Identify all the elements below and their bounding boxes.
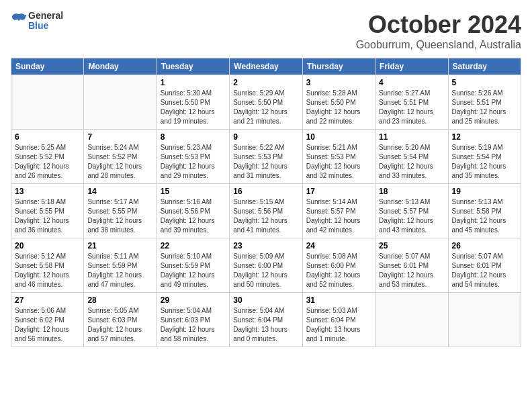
col-header-sunday: Sunday — [11, 58, 84, 75]
day-number: 11 — [379, 132, 444, 142]
day-number: 9 — [233, 132, 298, 142]
logo-general-text: General — [28, 11, 63, 21]
day-detail: Sunrise: 5:16 AM Sunset: 5:56 PM Dayligh… — [161, 197, 226, 235]
calendar-header-row: SundayMondayTuesdayWednesdayThursdayFrid… — [11, 58, 521, 75]
calendar-cell-w5-d5 — [375, 293, 448, 347]
month-title: October 2024 — [356, 11, 521, 39]
day-detail: Sunrise: 5:24 AM Sunset: 5:52 PM Dayligh… — [87, 143, 152, 181]
title-area: October 2024 Gooburrum, Queensland, Aust… — [356, 11, 521, 51]
col-header-wednesday: Wednesday — [230, 58, 302, 75]
day-number: 31 — [306, 295, 371, 305]
calendar-cell-w2-d6: 12Sunrise: 5:19 AM Sunset: 5:54 PM Dayli… — [448, 130, 521, 184]
calendar-cell-w2-d5: 11Sunrise: 5:20 AM Sunset: 5:54 PM Dayli… — [375, 130, 448, 184]
day-detail: Sunrise: 5:08 AM Sunset: 6:00 PM Dayligh… — [306, 252, 371, 289]
calendar-cell-w3-d5: 18Sunrise: 5:13 AM Sunset: 5:57 PM Dayli… — [375, 184, 448, 238]
day-number: 5 — [452, 78, 517, 87]
day-detail: Sunrise: 5:22 AM Sunset: 5:53 PM Dayligh… — [233, 143, 298, 181]
day-detail: Sunrise: 5:26 AM Sunset: 5:51 PM Dayligh… — [452, 89, 517, 126]
calendar-cell-w3-d1: 14Sunrise: 5:17 AM Sunset: 5:55 PM Dayli… — [84, 184, 157, 238]
calendar-cell-w2-d0: 6Sunrise: 5:25 AM Sunset: 5:52 PM Daylig… — [11, 130, 84, 184]
day-detail: Sunrise: 5:03 AM Sunset: 6:04 PM Dayligh… — [306, 306, 371, 344]
day-number: 20 — [15, 241, 80, 250]
page-header: General Blue October 2024 Gooburrum, Que… — [11, 11, 521, 51]
day-detail: Sunrise: 5:14 AM Sunset: 5:57 PM Dayligh… — [306, 197, 371, 235]
calendar-cell-w5-d4: 31Sunrise: 5:03 AM Sunset: 6:04 PM Dayli… — [302, 293, 375, 347]
day-number: 28 — [87, 295, 152, 305]
day-detail: Sunrise: 5:25 AM Sunset: 5:52 PM Dayligh… — [15, 143, 80, 181]
calendar-cell-w3-d6: 19Sunrise: 5:13 AM Sunset: 5:58 PM Dayli… — [448, 184, 521, 238]
day-detail: Sunrise: 5:05 AM Sunset: 6:03 PM Dayligh… — [87, 306, 152, 344]
day-number: 25 — [379, 241, 444, 250]
day-detail: Sunrise: 5:23 AM Sunset: 5:53 PM Dayligh… — [161, 143, 226, 181]
day-number: 8 — [161, 132, 226, 142]
day-detail: Sunrise: 5:27 AM Sunset: 5:51 PM Dayligh… — [379, 89, 444, 126]
calendar-cell-w4-d5: 25Sunrise: 5:07 AM Sunset: 6:01 PM Dayli… — [375, 238, 448, 293]
logo-container: General Blue — [11, 11, 63, 32]
calendar-cell-w1-d4: 3Sunrise: 5:28 AM Sunset: 5:50 PM Daylig… — [302, 75, 375, 130]
calendar-table: SundayMondayTuesdayWednesdayThursdayFrid… — [11, 58, 521, 347]
day-detail: Sunrise: 5:12 AM Sunset: 5:58 PM Dayligh… — [15, 252, 80, 289]
day-number: 16 — [233, 187, 298, 196]
logo: General Blue — [11, 11, 63, 32]
day-number: 12 — [452, 132, 517, 142]
day-detail: Sunrise: 5:29 AM Sunset: 5:50 PM Dayligh… — [233, 89, 298, 126]
calendar-cell-w5-d3: 30Sunrise: 5:04 AM Sunset: 6:04 PM Dayli… — [230, 293, 302, 347]
day-number: 19 — [452, 187, 517, 196]
calendar-cell-w5-d6 — [448, 293, 521, 347]
day-detail: Sunrise: 5:04 AM Sunset: 6:03 PM Dayligh… — [161, 306, 226, 344]
day-number: 14 — [87, 187, 152, 196]
col-header-thursday: Thursday — [302, 58, 375, 75]
calendar-cell-w2-d1: 7Sunrise: 5:24 AM Sunset: 5:52 PM Daylig… — [84, 130, 157, 184]
day-detail: Sunrise: 5:19 AM Sunset: 5:54 PM Dayligh… — [452, 143, 517, 181]
calendar-cell-w2-d3: 9Sunrise: 5:22 AM Sunset: 5:53 PM Daylig… — [230, 130, 302, 184]
day-detail: Sunrise: 5:30 AM Sunset: 5:50 PM Dayligh… — [161, 89, 226, 126]
col-header-friday: Friday — [375, 58, 448, 75]
week-row-1: 1Sunrise: 5:30 AM Sunset: 5:50 PM Daylig… — [11, 75, 521, 130]
day-number: 29 — [161, 295, 226, 305]
day-detail: Sunrise: 5:07 AM Sunset: 6:01 PM Dayligh… — [379, 252, 444, 289]
day-number: 2 — [233, 78, 298, 87]
col-header-saturday: Saturday — [448, 58, 521, 75]
calendar-cell-w1-d5: 4Sunrise: 5:27 AM Sunset: 5:51 PM Daylig… — [375, 75, 448, 130]
day-detail: Sunrise: 5:17 AM Sunset: 5:55 PM Dayligh… — [87, 197, 152, 235]
calendar-cell-w3-d0: 13Sunrise: 5:18 AM Sunset: 5:55 PM Dayli… — [11, 184, 84, 238]
calendar-cell-w5-d0: 27Sunrise: 5:06 AM Sunset: 6:02 PM Dayli… — [11, 293, 84, 347]
day-number: 3 — [306, 78, 371, 87]
calendar-cell-w4-d2: 22Sunrise: 5:10 AM Sunset: 5:59 PM Dayli… — [157, 238, 229, 293]
day-detail: Sunrise: 5:20 AM Sunset: 5:54 PM Dayligh… — [379, 143, 444, 181]
calendar-cell-w4-d1: 21Sunrise: 5:11 AM Sunset: 5:59 PM Dayli… — [84, 238, 157, 293]
calendar-cell-w2-d4: 10Sunrise: 5:21 AM Sunset: 5:53 PM Dayli… — [302, 130, 375, 184]
day-number: 30 — [233, 295, 298, 305]
calendar-cell-w1-d1 — [84, 75, 157, 130]
day-detail: Sunrise: 5:21 AM Sunset: 5:53 PM Dayligh… — [306, 143, 371, 181]
day-detail: Sunrise: 5:18 AM Sunset: 5:55 PM Dayligh… — [15, 197, 80, 235]
calendar-cell-w2-d2: 8Sunrise: 5:23 AM Sunset: 5:53 PM Daylig… — [157, 130, 229, 184]
week-row-5: 27Sunrise: 5:06 AM Sunset: 6:02 PM Dayli… — [11, 293, 521, 347]
day-number: 13 — [15, 187, 80, 196]
week-row-3: 13Sunrise: 5:18 AM Sunset: 5:55 PM Dayli… — [11, 184, 521, 238]
calendar-cell-w4-d3: 23Sunrise: 5:09 AM Sunset: 6:00 PM Dayli… — [230, 238, 302, 293]
day-number: 17 — [306, 187, 371, 196]
week-row-2: 6Sunrise: 5:25 AM Sunset: 5:52 PM Daylig… — [11, 130, 521, 184]
day-detail: Sunrise: 5:07 AM Sunset: 6:01 PM Dayligh… — [452, 252, 517, 289]
day-detail: Sunrise: 5:09 AM Sunset: 6:00 PM Dayligh… — [233, 252, 298, 289]
calendar-cell-w3-d3: 16Sunrise: 5:15 AM Sunset: 5:56 PM Dayli… — [230, 184, 302, 238]
calendar-cell-w1-d6: 5Sunrise: 5:26 AM Sunset: 5:51 PM Daylig… — [448, 75, 521, 130]
day-detail: Sunrise: 5:28 AM Sunset: 5:50 PM Dayligh… — [306, 89, 371, 126]
day-detail: Sunrise: 5:04 AM Sunset: 6:04 PM Dayligh… — [233, 306, 298, 344]
day-number: 22 — [161, 241, 226, 250]
day-number: 4 — [379, 78, 444, 87]
day-number: 6 — [15, 132, 80, 142]
day-detail: Sunrise: 5:10 AM Sunset: 5:59 PM Dayligh… — [161, 252, 226, 289]
logo-bird-icon — [11, 11, 27, 30]
calendar-cell-w1-d0 — [11, 75, 84, 130]
day-number: 18 — [379, 187, 444, 196]
calendar-cell-w4-d6: 26Sunrise: 5:07 AM Sunset: 6:01 PM Dayli… — [448, 238, 521, 293]
location-title: Gooburrum, Queensland, Australia — [356, 39, 521, 51]
calendar-cell-w5-d2: 29Sunrise: 5:04 AM Sunset: 6:03 PM Dayli… — [157, 293, 229, 347]
logo-blue-text: Blue — [28, 21, 63, 31]
col-header-monday: Monday — [84, 58, 157, 75]
day-detail: Sunrise: 5:15 AM Sunset: 5:56 PM Dayligh… — [233, 197, 298, 235]
col-header-tuesday: Tuesday — [157, 58, 229, 75]
day-number: 26 — [452, 241, 517, 250]
